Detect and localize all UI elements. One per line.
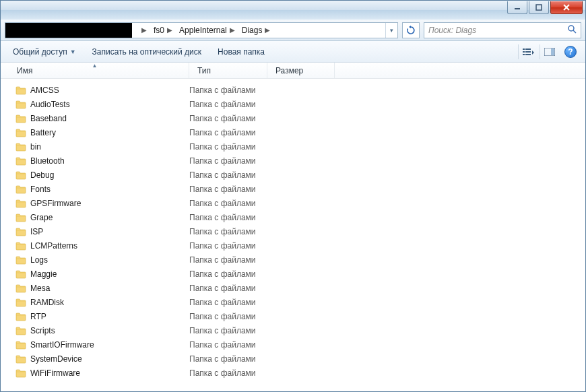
window-buttons xyxy=(507,1,583,14)
item-name: Fonts xyxy=(30,185,51,194)
minimize-button[interactable] xyxy=(507,1,527,14)
list-item[interactable]: RTPПапка с файлами xyxy=(1,309,585,323)
address-prefix-redacted xyxy=(5,23,132,38)
search-box[interactable] xyxy=(424,22,581,38)
list-item[interactable]: SystemDeviceПапка с файлами xyxy=(1,352,585,366)
list-item[interactable]: ISPПапка с файлами xyxy=(1,224,585,238)
cell-type: Папка с файлами xyxy=(189,354,267,364)
list-item[interactable]: BluetoothПапка с файлами xyxy=(1,154,585,168)
explorer-window: ▶ fs0▶ AppleInternal▶ Diags▶ ▾ Общий дос… xyxy=(0,0,586,392)
preview-pane-button[interactable] xyxy=(540,44,558,59)
list-item[interactable]: ScriptsПапка с файлами xyxy=(1,323,585,337)
svg-rect-7 xyxy=(525,51,531,53)
item-name: WiFiFirmware xyxy=(30,368,80,378)
new-folder-button[interactable]: Новая папка xyxy=(211,44,271,59)
cell-name: Grape xyxy=(15,213,189,222)
chevron-right-icon: ▶ xyxy=(230,26,235,34)
item-name: Grape xyxy=(30,213,53,222)
breadcrumb-sep-initial[interactable]: ▶ xyxy=(135,23,150,38)
search-input[interactable] xyxy=(428,26,567,35)
item-name: Battery xyxy=(30,128,56,137)
view-options-button[interactable] xyxy=(518,44,537,59)
cell-type: Папка с файлами xyxy=(189,241,267,251)
list-item[interactable]: LCMPatternsПапка с файлами xyxy=(1,238,585,253)
cell-name: ISP xyxy=(15,227,189,236)
column-label: Имя xyxy=(17,66,32,75)
list-item[interactable]: SmartIOFirmwareПапка с файлами xyxy=(1,337,585,352)
svg-rect-0 xyxy=(515,8,520,9)
item-name: AMCSS xyxy=(30,86,59,95)
search-icon xyxy=(567,24,577,36)
cell-type: Папка с файлами xyxy=(189,100,267,109)
maximize-button[interactable] xyxy=(529,1,549,14)
breadcrumb-item[interactable]: AppleInternal▶ xyxy=(175,23,238,38)
toolbar-label: Записать на оптический диск xyxy=(92,47,202,57)
help-button[interactable]: ? xyxy=(561,44,580,59)
column-header-size[interactable]: Размер xyxy=(267,63,335,78)
refresh-button[interactable] xyxy=(402,22,420,38)
list-item[interactable]: LogsПапка с файлами xyxy=(1,253,585,267)
item-name: GPSFirmware xyxy=(30,199,81,208)
list-item[interactable]: MaggieПапка с файлами xyxy=(1,267,585,281)
command-bar: Общий доступ ▼ Записать на оптический ди… xyxy=(1,41,585,63)
cell-type: Папка с файлами xyxy=(189,368,267,378)
column-headers: ▲ Имя Тип Размер xyxy=(1,63,585,79)
close-button[interactable] xyxy=(550,1,583,14)
svg-rect-9 xyxy=(525,54,531,55)
list-item[interactable]: FontsПапка с файлами xyxy=(1,182,585,196)
column-header-type[interactable]: Тип xyxy=(189,63,267,78)
item-name: LCMPatterns xyxy=(30,241,77,251)
column-header-name[interactable]: ▲ Имя xyxy=(1,63,189,78)
cell-name: AMCSS xyxy=(15,86,189,95)
item-name: Maggie xyxy=(30,269,57,279)
refresh-icon xyxy=(406,26,416,35)
item-name: Scripts xyxy=(30,326,55,335)
cell-type: Папка с файлами xyxy=(189,199,267,208)
list-item[interactable]: GPSFirmwareПапка с файлами xyxy=(1,196,585,210)
folder-icon xyxy=(15,128,26,137)
breadcrumb-item[interactable]: Diags▶ xyxy=(238,23,273,38)
burn-disc-button[interactable]: Записать на оптический диск xyxy=(86,44,209,59)
cell-name: GPSFirmware xyxy=(15,199,189,208)
folder-icon xyxy=(15,156,26,166)
item-name: SmartIOFirmware xyxy=(30,340,94,350)
list-item[interactable]: BasebandПапка с файлами xyxy=(1,111,585,125)
toolbar-label: Новая папка xyxy=(218,47,265,57)
folder-icon xyxy=(15,269,26,279)
list-item[interactable]: WiFiFirmwareПапка с файлами xyxy=(1,366,585,380)
folder-icon xyxy=(15,86,26,95)
cell-name: Battery xyxy=(15,128,189,137)
svg-rect-1 xyxy=(536,5,542,10)
list-item[interactable]: BatteryПапка с файлами xyxy=(1,125,585,139)
cell-type: Папка с файлами xyxy=(189,86,267,95)
list-item[interactable]: AudioTestsПапка с файлами xyxy=(1,97,585,111)
list-item[interactable]: DebugПапка с файлами xyxy=(1,168,585,182)
item-name: RTP xyxy=(30,312,46,321)
cell-name: Debug xyxy=(15,170,189,180)
folder-icon xyxy=(15,255,26,265)
list-item[interactable]: GrapeПапка с файлами xyxy=(1,210,585,224)
content-area: ▲ Имя Тип Размер AMCSSПапка с файлами Au… xyxy=(1,63,585,391)
address-dropdown[interactable]: ▾ xyxy=(385,23,397,38)
item-name: RAMDisk xyxy=(30,298,64,307)
list-item[interactable]: binПапка с файлами xyxy=(1,139,585,154)
breadcrumb: ▶ fs0▶ AppleInternal▶ Diags▶ xyxy=(132,23,385,38)
share-button[interactable]: Общий доступ ▼ xyxy=(6,44,83,59)
cell-type: Папка с файлами xyxy=(189,255,267,265)
breadcrumb-label: AppleInternal xyxy=(179,26,227,35)
list-item[interactable]: AMCSSПапка с файлами xyxy=(1,83,585,97)
breadcrumb-item[interactable]: fs0▶ xyxy=(150,23,175,38)
address-bar[interactable]: ▶ fs0▶ AppleInternal▶ Diags▶ ▾ xyxy=(5,22,398,38)
cell-name: Fonts xyxy=(15,185,189,194)
cell-type: Папка с файлами xyxy=(189,185,267,194)
toolbar-label: Общий доступ xyxy=(13,47,67,57)
cell-type: Папка с файлами xyxy=(189,142,267,152)
cell-type: Папка с файлами xyxy=(189,340,267,350)
list-item[interactable]: MesaПапка с файлами xyxy=(1,281,585,295)
list-item[interactable]: RAMDiskПапка с файлами xyxy=(1,295,585,309)
svg-rect-5 xyxy=(525,48,531,50)
folder-icon xyxy=(15,227,26,236)
folder-icon xyxy=(15,114,26,123)
column-label: Размер xyxy=(275,66,303,75)
file-list[interactable]: AMCSSПапка с файлами AudioTestsПапка с ф… xyxy=(1,79,585,391)
